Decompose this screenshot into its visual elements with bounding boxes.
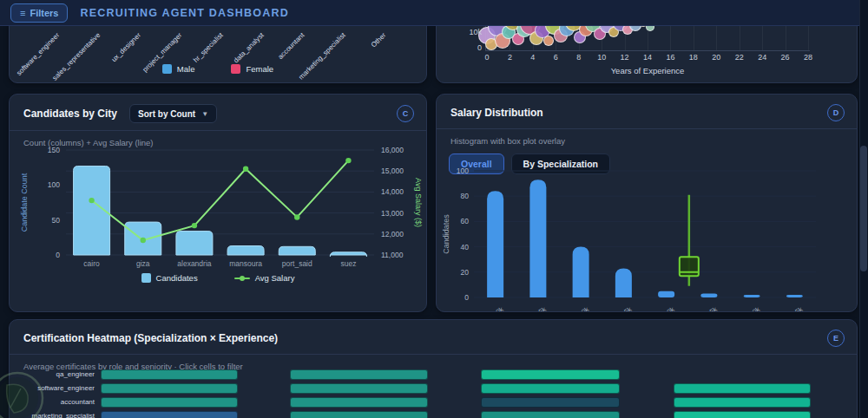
scrollbar-track[interactable] xyxy=(859,0,868,418)
legend-label: Candidates xyxy=(156,273,198,283)
left-axis-title: Candidate Count xyxy=(20,173,29,232)
chevron-down-icon: ▼ xyxy=(201,110,208,118)
scrollbar-thumb[interactable] xyxy=(860,146,867,271)
x-label-30k - 35k: 30k - 35k xyxy=(691,305,720,312)
line-point-suez[interactable] xyxy=(345,158,351,163)
panel-badge-c[interactable]: C xyxy=(397,105,414,122)
heatmap-cell-marketing_specialist-c3[interactable] xyxy=(674,411,811,418)
x-tick-8: 8 xyxy=(570,53,588,62)
y-tick-80: 80 xyxy=(461,192,470,200)
line-point-giza[interactable] xyxy=(141,238,146,243)
hist-bar-35k - 40k[interactable] xyxy=(744,295,760,297)
hist-bar-15k - 20k[interactable] xyxy=(573,247,589,297)
heatmap-row-label-marketing_specialist: marketing_specialist xyxy=(10,411,95,418)
y-tick-100: 100 xyxy=(457,167,469,175)
sort-dropdown[interactable]: Sort by Count ▼ xyxy=(129,104,217,123)
right-tick-14000: 14,000 xyxy=(381,187,404,196)
panel-salary-distribution: Salary Distribution D Histogram with box… xyxy=(436,94,858,312)
legend-item-male[interactable]: Male xyxy=(162,64,195,74)
x-label-port_said: port_said xyxy=(282,259,312,268)
x-axis-label-hr_specialist: hr_specialist xyxy=(192,31,225,64)
heatmap-cell-accountant-c2[interactable] xyxy=(481,397,620,408)
x-tick-6: 6 xyxy=(547,53,564,62)
left-tick-0: 0 xyxy=(56,251,60,259)
left-tick-150: 150 xyxy=(48,146,60,154)
heatmap-cell-software_engineer-c3[interactable] xyxy=(674,383,811,394)
right-axis-title: Avg Salary ($) xyxy=(414,178,423,227)
x-tick-18: 18 xyxy=(685,53,702,62)
legend-item-candidates[interactable]: Candidates xyxy=(141,273,198,283)
x-tick-28: 28 xyxy=(799,53,817,62)
legend-label: Male xyxy=(177,64,195,74)
hist-bar-20k - 25k[interactable] xyxy=(615,268,632,297)
panel-subtitle: Histogram with box plot overlay xyxy=(437,129,857,146)
heatmap-cell-qa_engineer-c0[interactable] xyxy=(101,369,238,380)
legend-square-marker xyxy=(162,64,172,74)
heatmap-cell-marketing_specialist-c2[interactable] xyxy=(481,411,620,418)
line-point-alexandria[interactable] xyxy=(192,223,197,228)
filters-button[interactable]: ≡ Filters xyxy=(10,3,68,23)
x-axis-title: Years of Experience xyxy=(485,66,810,75)
heatmap-cell-qa_engineer-c1[interactable] xyxy=(290,369,428,380)
sort-dropdown-label: Sort by Count xyxy=(138,109,195,119)
heatmap-cell-software_engineer-c1[interactable] xyxy=(290,383,428,394)
top-bar: ≡ Filters RECRUITING AGENT DASHBOARD xyxy=(0,0,868,26)
heatmap-cell-accountant-c0[interactable] xyxy=(101,397,238,408)
heatmap-cell-marketing_specialist-c0[interactable] xyxy=(101,411,238,418)
hist-bar-10k - 15k[interactable] xyxy=(529,180,546,297)
y-tick-40: 40 xyxy=(461,243,470,251)
x-label-alexandria: alexandria xyxy=(177,259,211,268)
hist-bar-5k - 10k[interactable] xyxy=(487,191,503,297)
heatmap-cell-software_engineer-c0[interactable] xyxy=(101,383,238,394)
x-tick-24: 24 xyxy=(753,53,771,62)
x-axis-label-Other: Other xyxy=(370,31,388,49)
x-label-5k - 10k: 5k - 10k xyxy=(480,305,505,312)
legend-item-female[interactable]: Female xyxy=(231,64,273,74)
heatmap-cell-accountant-c3[interactable] xyxy=(674,397,811,408)
right-tick-11000: 11,000 xyxy=(381,251,404,259)
panel-candidates-by-city: Candidates by City Sort by Count ▼ C Cou… xyxy=(9,94,427,312)
city-chart-legend[interactable]: CandidatesAvg Salary xyxy=(10,273,426,283)
right-tick-16000: 16,000 xyxy=(381,146,404,154)
x-label-40k - 45k: 40k - 45k xyxy=(776,305,805,312)
legend-square-marker xyxy=(231,64,240,74)
heatmap-cell-accountant-c1[interactable] xyxy=(290,397,428,408)
heatmap-cell-marketing_specialist-c1[interactable] xyxy=(290,411,428,418)
scatter-bubble[interactable] xyxy=(543,36,554,46)
x-label-giza: giza xyxy=(136,259,150,268)
x-axis-label-data_analyst: data_analyst xyxy=(232,31,265,64)
x-label-20k - 25k: 20k - 25k xyxy=(605,305,634,312)
y-tick-0: 0 xyxy=(461,43,482,52)
left-tick-50: 50 xyxy=(52,216,61,225)
x-axis-label-ux_designer: ux_designer xyxy=(110,31,142,63)
legend-item-avg-salary[interactable]: Avg Salary xyxy=(234,273,295,283)
heatmap-cell-software_engineer-c2[interactable] xyxy=(481,383,620,394)
bar-alexandria[interactable] xyxy=(176,232,213,255)
bar-mansoura[interactable] xyxy=(227,246,264,255)
panel-badge-e[interactable]: E xyxy=(827,330,845,347)
line-point-mansoura[interactable] xyxy=(243,167,248,172)
panel-badge-d[interactable]: D xyxy=(827,104,845,121)
x-tick-2: 2 xyxy=(501,53,518,62)
bar-port_said[interactable] xyxy=(279,246,315,255)
hist-bar-30k - 35k[interactable] xyxy=(700,294,717,297)
heatmap-cell-qa_engineer-c2[interactable] xyxy=(481,369,620,380)
x-tick-26: 26 xyxy=(777,53,794,62)
boxplot-box[interactable] xyxy=(680,257,699,276)
line-point-port_said[interactable] xyxy=(294,214,299,219)
filters-button-label: Filters xyxy=(30,8,58,18)
x-tick-12: 12 xyxy=(616,53,634,62)
panel-title: Salary Distribution xyxy=(450,107,543,119)
panel-certification-heatmap: Certification Heatmap (Specialization × … xyxy=(9,319,858,418)
x-label-15k - 20k: 15k - 20k xyxy=(562,305,591,312)
hist-bar-40k - 45k[interactable] xyxy=(786,295,803,297)
y-tick-60: 60 xyxy=(461,217,470,225)
hist-bar-25k - 30k[interactable] xyxy=(658,291,674,297)
bar-suez[interactable] xyxy=(330,252,366,257)
x-label-10k - 15k: 10k - 15k xyxy=(520,305,549,312)
x-tick-20: 20 xyxy=(707,53,725,62)
line-point-cairo[interactable] xyxy=(89,198,94,203)
y-tick-0: 0 xyxy=(464,293,469,302)
gender-legend[interactable]: MaleFemale xyxy=(10,64,426,74)
legend-square-marker xyxy=(141,273,151,283)
